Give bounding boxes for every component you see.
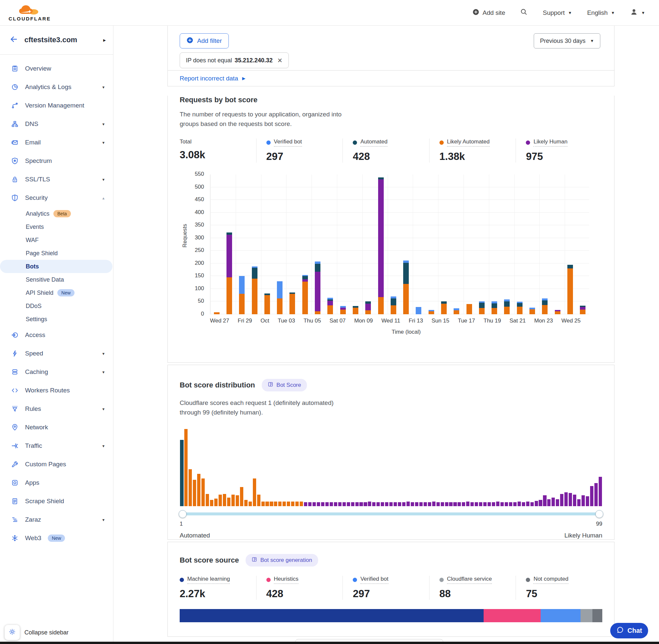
chart-bar <box>513 175 526 314</box>
chart-bar <box>425 175 438 314</box>
histogram-bar <box>462 429 466 506</box>
search-button[interactable] <box>520 8 527 17</box>
histogram-bar <box>500 429 504 506</box>
histogram-bar <box>282 429 286 506</box>
sidebar-item-ddos[interactable]: DDoS <box>0 299 113 313</box>
histogram-bar <box>214 429 218 506</box>
filter-chip[interactable]: IP does not equal 35.212.240.32 ✕ <box>180 52 289 68</box>
histogram-bar <box>248 429 252 506</box>
sidebar-item-label: Version Management <box>25 102 85 109</box>
sidebar-item-api-shield[interactable]: API ShieldNew <box>0 286 113 299</box>
report-incorrect-data-link[interactable]: Report incorrect data <box>180 75 238 82</box>
histogram-bar <box>227 429 231 506</box>
histogram-bar <box>560 429 564 506</box>
stat-label[interactable]: Heuristics <box>274 576 299 584</box>
collapse-sidebar-label[interactable]: Collapse sidebar <box>24 629 69 636</box>
legend-dot-icon <box>180 578 184 582</box>
source-bar-segment-cloudflare-service <box>581 609 592 622</box>
sidebar-item-version-management[interactable]: Version Management <box>0 96 113 115</box>
sidebar-item-label: Page Shield <box>26 250 58 257</box>
docs-icon <box>252 557 257 564</box>
slider-handle-max[interactable] <box>595 510 603 518</box>
stat-label[interactable]: Likely Automated <box>447 138 490 147</box>
legend-dot-icon <box>353 578 357 582</box>
stat-label[interactable]: Verified bot <box>274 138 302 147</box>
sidebar: cftestsite3.com ▸ OverviewAnalytics & Lo… <box>0 25 113 644</box>
add-site-button[interactable]: Add site <box>472 8 505 17</box>
language-menu[interactable]: English ▼ <box>587 9 615 17</box>
sidebar-item-security[interactable]: Security▴ <box>0 189 113 207</box>
slider-track[interactable] <box>180 512 602 515</box>
stat-label[interactable]: Likely Human <box>534 138 567 147</box>
histogram-bar <box>406 429 410 506</box>
sidebar-item-web3[interactable]: Web3New <box>0 529 113 547</box>
sidebar-item-analytics-logs[interactable]: Analytics & Logs▾ <box>0 78 113 96</box>
bot-score-generation-docs-badge[interactable]: Bot score generation <box>245 554 318 567</box>
add-filter-button[interactable]: Add filter <box>180 33 229 48</box>
sidebar-item-speed[interactable]: Speed▾ <box>0 344 113 363</box>
gear-icon <box>8 628 16 637</box>
source-bar-segment-not-computed <box>592 609 602 622</box>
spectrum-icon <box>11 157 19 164</box>
stat-label[interactable]: Machine learning <box>187 576 230 584</box>
sidebar-item-caching[interactable]: Caching▾ <box>0 363 113 381</box>
support-menu[interactable]: Support ▼ <box>543 9 572 17</box>
bot-score-docs-badge[interactable]: Bot Score <box>262 379 307 391</box>
stat-label[interactable]: Not computed <box>534 576 568 584</box>
sidebar-item-label: Overview <box>25 65 51 72</box>
cloudflare-logo[interactable]: CLOUDFLARE <box>8 5 51 21</box>
sidebar-item-events[interactable]: Events <box>0 220 113 233</box>
sidebar-item-spectrum[interactable]: Spectrum <box>0 152 113 170</box>
date-range-button[interactable]: Previous 30 days ▼ <box>534 33 600 48</box>
badge-beta: Beta <box>53 210 71 217</box>
stat-label[interactable]: Cloudflare service <box>447 576 492 584</box>
settings-gear-button[interactable] <box>5 625 20 640</box>
stat-likely-human: Likely Human975 <box>516 138 602 163</box>
histogram-bar <box>359 429 363 506</box>
stat-verified-bot: Verified bot297 <box>343 576 429 600</box>
chart-bar <box>526 175 538 314</box>
account-menu[interactable]: ▼ <box>630 8 645 18</box>
sidebar-item-analytics[interactable]: AnalyticsBeta <box>0 207 113 220</box>
source-bar-segment-machine-learning <box>180 609 484 622</box>
sidebar-item-dns[interactable]: DNS▾ <box>0 115 113 133</box>
histogram-bar <box>184 429 188 506</box>
chevron-right-icon[interactable]: ▸ <box>103 37 106 43</box>
close-icon[interactable]: ✕ <box>277 57 283 64</box>
sidebar-item-ssl-tls[interactable]: SSL/TLS▾ <box>0 170 113 189</box>
sidebar-item-email[interactable]: Email▾ <box>0 133 113 152</box>
sidebar-item-bots[interactable]: Bots <box>0 260 112 273</box>
sidebar-item-sensitive-data[interactable]: Sensitive Data <box>0 273 113 286</box>
chat-button[interactable]: Chat <box>610 623 648 638</box>
sidebar-item-rules[interactable]: Rules▾ <box>0 400 113 418</box>
chevron-down-icon: ▾ <box>102 370 104 374</box>
sidebar-item-settings[interactable]: Settings <box>0 313 113 326</box>
histogram-bar <box>415 429 419 506</box>
sidebar-item-scrape-shield[interactable]: Scrape Shield <box>0 492 113 510</box>
slider-handle-min[interactable] <box>179 510 187 518</box>
chart-bar <box>236 175 248 314</box>
histogram-bar <box>180 429 184 506</box>
stat-heuristics: Heuristics428 <box>256 576 343 600</box>
sidebar-item-access[interactable]: Access <box>0 326 113 344</box>
requests-chart: Requests 0501001502002503003504004505005… <box>180 175 602 314</box>
legend-dot-icon <box>266 140 270 145</box>
chart-bar <box>539 175 551 314</box>
chart-bar <box>324 175 336 314</box>
sidebar-item-apps[interactable]: Apps <box>0 474 113 492</box>
sidebar-item-network[interactable]: Network <box>0 418 113 437</box>
score-range-slider[interactable] <box>180 510 602 518</box>
sidebar-item-custom-pages[interactable]: Custom Pages <box>0 455 113 474</box>
stat-label[interactable]: Verified bot <box>360 576 389 584</box>
filter-section: Add filter IP does not equal 35.212.240.… <box>167 25 614 71</box>
stat-label[interactable]: Automated <box>360 138 387 147</box>
stat-value: 88 <box>440 588 516 600</box>
sidebar-item-waf[interactable]: WAF <box>0 233 113 247</box>
sidebar-item-workers-routes[interactable]: Workers Routes <box>0 381 113 400</box>
sidebar-item-label: Traffic <box>25 442 42 450</box>
back-arrow-icon[interactable] <box>9 35 18 45</box>
sidebar-item-zaraz[interactable]: Zaraz▾ <box>0 510 113 529</box>
sidebar-item-page-shield[interactable]: Page Shield <box>0 247 113 260</box>
sidebar-item-overview[interactable]: Overview <box>0 59 113 78</box>
sidebar-item-traffic[interactable]: Traffic▾ <box>0 437 113 455</box>
